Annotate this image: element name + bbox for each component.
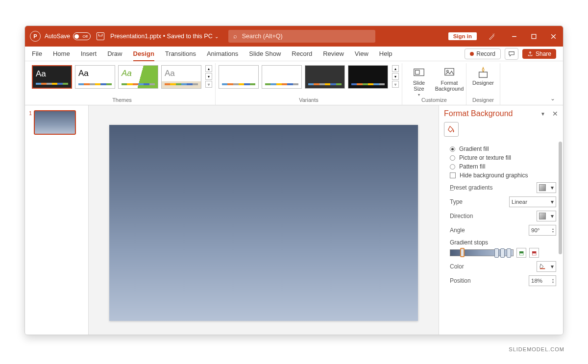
search-input[interactable]: ⌕ Search (Alt+Q) <box>228 30 375 43</box>
record-dot-icon <box>470 52 474 56</box>
radio-gradient-fill[interactable]: Gradient fill <box>450 146 556 152</box>
radio-picture-fill[interactable]: Picture or texture fill <box>450 154 556 161</box>
color-label: Color <box>450 263 464 270</box>
svg-rect-1 <box>532 34 536 39</box>
pane-title: Format Background <box>444 109 540 118</box>
ribbon-tabs: File Home Insert Draw Design Transitions… <box>25 47 563 61</box>
scrollbar[interactable] <box>559 142 562 254</box>
variants-group-label: Variants <box>299 97 318 103</box>
format-background-button[interactable]: Format Background <box>436 65 463 92</box>
position-label: Position <box>450 277 471 284</box>
add-stop-button[interactable]: ⬒ <box>516 248 526 258</box>
variant-thumb-4[interactable] <box>348 65 388 89</box>
collapse-ribbon-icon[interactable]: ⌄ <box>550 95 555 102</box>
variants-scroll[interactable]: ▴▾▿ <box>392 65 399 88</box>
title-bar: P AutoSave Off Presentation1.pptx • Save… <box>25 26 563 47</box>
autosave-label: AutoSave <box>45 33 70 40</box>
svg-rect-7 <box>540 268 545 269</box>
maximize-button[interactable] <box>524 26 543 47</box>
tab-record[interactable]: Record <box>292 47 312 60</box>
tab-animations[interactable]: Animations <box>207 47 238 60</box>
chevron-down-icon[interactable]: ⌄ <box>215 34 219 39</box>
designer-button[interactable]: Designer <box>469 65 497 86</box>
type-dropdown[interactable]: Linear▾ <box>509 196 556 207</box>
position-input[interactable]: 18%▴▾ <box>529 275 556 286</box>
theme-thumb-3[interactable]: Aa <box>118 65 158 89</box>
minimize-button[interactable] <box>504 26 524 47</box>
format-background-pane: Format Background ▼ ✕ Gradient fill Pict… <box>439 105 563 335</box>
search-placeholder: Search (Alt+Q) <box>242 33 283 40</box>
slide-thumbnail-1[interactable] <box>34 110 76 135</box>
tab-draw[interactable]: Draw <box>107 47 122 60</box>
gradient-stops-label: Gradient stops <box>450 239 488 246</box>
remove-stop-button[interactable]: ⬒ <box>529 248 539 258</box>
document-title[interactable]: Presentation1.pptx • Saved to this PC <box>110 33 213 40</box>
search-icon: ⌕ <box>233 33 237 40</box>
toggle-switch[interactable]: Off <box>73 32 91 40</box>
type-label: Type <box>450 198 463 205</box>
share-button[interactable]: Share <box>522 49 556 59</box>
angle-label: Angle <box>450 227 465 234</box>
theme-thumb-1[interactable]: Aa <box>32 65 72 89</box>
designer-group-label: Designer <box>472 97 494 103</box>
record-button[interactable]: Record <box>465 49 501 59</box>
gradient-stop-4[interactable] <box>507 248 511 258</box>
tab-insert[interactable]: Insert <box>81 47 97 60</box>
sign-in-button[interactable]: Sign in <box>448 32 477 40</box>
workspace: 1 Format Background ▼ ✕ Gradient fill Pi… <box>25 105 563 335</box>
variant-thumb-2[interactable] <box>262 65 302 89</box>
fill-category-icon[interactable] <box>444 122 459 137</box>
tab-view[interactable]: View <box>355 47 368 60</box>
direction-label: Direction <box>450 213 473 219</box>
svg-rect-3 <box>416 70 419 74</box>
slide-thumbnail-panel: 1 <box>25 105 89 335</box>
tab-help[interactable]: Help <box>379 47 392 60</box>
themes-group-label: Themes <box>112 97 132 103</box>
variant-thumb-3[interactable] <box>305 65 345 89</box>
svg-point-5 <box>446 70 448 72</box>
autosave-toggle[interactable]: AutoSave Off <box>45 32 91 40</box>
tab-design[interactable]: Design <box>133 47 154 61</box>
watermark: SLIDEMODEL.COM <box>509 346 564 352</box>
app-icon: P <box>30 31 41 42</box>
variant-thumb-1[interactable] <box>219 65 259 89</box>
chevron-down-icon: ▾ <box>418 93 420 97</box>
preset-gradients-label: Preset gradients <box>450 184 492 191</box>
color-dropdown[interactable]: ▾ <box>537 261 556 272</box>
gradient-stop-2[interactable] <box>494 248 499 258</box>
ink-replay-icon[interactable] <box>482 26 501 47</box>
checkbox-hide-graphics[interactable]: Hide background graphics <box>450 172 556 179</box>
tab-home[interactable]: Home <box>53 47 70 60</box>
slide-size-button[interactable]: Slide Size ▾ <box>405 65 433 97</box>
slide-canvas[interactable] <box>89 105 439 335</box>
preset-gradients-dropdown[interactable]: ▾ <box>537 182 556 193</box>
theme-thumb-4[interactable]: Aa <box>161 65 201 89</box>
customize-group-label: Customize <box>421 97 447 103</box>
gradient-stop-1[interactable] <box>460 248 465 257</box>
angle-input[interactable]: 90°▴▾ <box>529 225 556 236</box>
tab-transitions[interactable]: Transitions <box>165 47 196 60</box>
tab-slideshow[interactable]: Slide Show <box>249 47 281 60</box>
theme-thumb-2[interactable]: Aa <box>75 65 115 89</box>
themes-scroll[interactable]: ▴▾▿ <box>205 65 212 88</box>
current-slide[interactable] <box>109 125 418 321</box>
design-ribbon: Aa Aa Aa Aa ▴▾▿ Themes ▴▾▿ Variants <box>25 61 563 105</box>
powerpoint-window: P AutoSave Off Presentation1.pptx • Save… <box>24 25 564 335</box>
gradient-stops-slider[interactable] <box>450 249 514 256</box>
pane-menu-icon[interactable]: ▼ <box>540 111 545 117</box>
gradient-stop-3[interactable] <box>500 248 505 258</box>
radio-pattern-fill[interactable]: Pattern fill <box>450 163 556 170</box>
tab-review[interactable]: Review <box>323 47 344 60</box>
close-icon[interactable]: ✕ <box>552 110 558 118</box>
direction-dropdown[interactable]: ▾ <box>537 211 556 221</box>
tab-file[interactable]: File <box>32 47 42 60</box>
slide-number: 1 <box>29 110 32 135</box>
comments-button[interactable] <box>505 48 518 60</box>
save-icon[interactable] <box>97 32 104 40</box>
close-button[interactable] <box>543 26 563 47</box>
